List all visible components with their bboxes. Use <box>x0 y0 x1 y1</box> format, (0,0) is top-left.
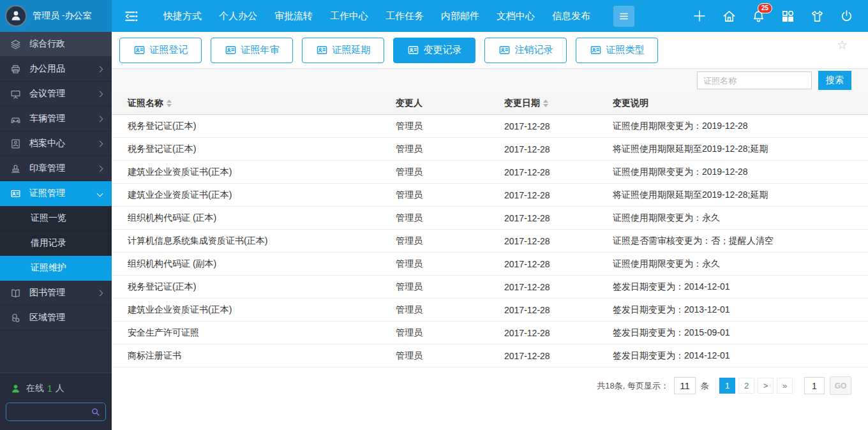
cert-change-icon <box>407 44 419 56</box>
nav-info-publish[interactable]: 信息发布 <box>552 10 590 22</box>
cell-cert-name: 组织机构代码证 (正本) <box>112 212 396 224</box>
page-buttons: 1 2 > » <box>719 378 793 394</box>
sidebar-item-office-supplies[interactable]: 办公用品 <box>0 57 112 82</box>
cell-change-note: 证照是否需审核变更为：否；提醒人清空 <box>613 235 868 247</box>
table-row[interactable]: 商标注册证书 管理员 2017-12-28 签发日期变更为：2014-12-01 <box>112 345 868 367</box>
theme-shirt-icon[interactable] <box>810 9 825 24</box>
sidebar-item-borrow-records[interactable]: 借用记录 <box>0 231 112 256</box>
sidebar-item-certificate-mgmt[interactable]: 证照管理 <box>0 181 112 206</box>
favorite-star-icon[interactable]: ☆ <box>837 39 848 51</box>
sidebar-item-general-admin[interactable]: 综合行政 <box>0 32 112 57</box>
table-row[interactable]: 税务登记证(正本) 管理员 2017-12-28 签发日期变更为：2014-12… <box>112 276 868 299</box>
sort-icon[interactable] <box>543 100 548 107</box>
sidebar-item-certificate-list[interactable]: 证照一览 <box>0 206 112 231</box>
nav-work-center[interactable]: 工作中心 <box>330 10 368 22</box>
tab-cert-review[interactable]: 证照年审 <box>211 38 293 63</box>
nav-internal-mail[interactable]: 内部邮件 <box>441 10 479 22</box>
chevron-right-icon <box>97 140 103 147</box>
tab-cert-extend[interactable]: 证照延期 <box>302 38 384 63</box>
tab-cert-register[interactable]: 证照登记 <box>119 38 202 63</box>
sidebar-item-region-mgmt[interactable]: 区域管理 <box>0 306 112 330</box>
cell-change-date: 2017-12-28 <box>504 213 613 223</box>
cell-cert-name: 税务登记证(正本) <box>112 281 396 293</box>
chevron-right-icon <box>97 290 103 296</box>
chevron-right-icon <box>97 165 103 172</box>
table-row[interactable]: 建筑业企业资质证书(正本) 管理员 2017-12-28 将证照使用期限延期至2… <box>112 184 868 207</box>
coins-icon <box>10 313 21 323</box>
cell-cert-name: 建筑业企业资质证书(正本) <box>112 189 396 201</box>
add-icon[interactable] <box>692 8 707 24</box>
cell-change-date: 2017-12-28 <box>504 351 613 361</box>
tab-cert-types[interactable]: 证照类型 <box>576 38 658 63</box>
table-row[interactable]: 税务登记证(正本) 管理员 2017-12-28 将证照使用期限延期至2019-… <box>112 138 868 161</box>
layers-icon <box>10 39 21 50</box>
cell-change-note: 将证照使用期限延期至2019-12-28;延期 <box>613 144 868 155</box>
table-row[interactable]: 组织机构代码证 (正本) 管理员 2017-12-28 证照使用期限变更为：永久 <box>112 207 868 230</box>
table-row[interactable]: 建筑业企业资质证书(正本) 管理员 2017-12-28 签发日期变更为：201… <box>112 299 868 322</box>
cell-change-date: 2017-12-28 <box>504 167 613 177</box>
page-button-1[interactable]: 1 <box>719 378 735 394</box>
pagination: 共18条, 每页显示： 条 1 2 > » GO <box>112 376 868 395</box>
table-header: 证照名称 变更人 变更日期 变更说明 <box>112 92 868 115</box>
cell-changer: 管理员 <box>396 258 504 270</box>
goto-page-input[interactable] <box>804 377 825 394</box>
cell-change-note: 将证照使用期限延期至2019-12-28;延期 <box>613 189 868 201</box>
tab-change-records[interactable]: 变更记录 <box>393 38 475 63</box>
certificate-toolbar: 证照登记 证照年审 证照延期 变更记录 注销记录 证照类型 ☆ <box>112 32 868 68</box>
cell-change-date: 2017-12-28 <box>504 144 613 154</box>
online-suffix: 人 <box>56 383 64 394</box>
cell-changer: 管理员 <box>396 212 504 224</box>
col-cert-name: 证照名称 <box>112 98 396 109</box>
sidebar-item-certificate-maintain[interactable]: 证照维护 <box>0 256 112 281</box>
table-row[interactable]: 安全生产许可证照 管理员 2017-12-28 签发日期变更为：2015-09-… <box>112 322 868 345</box>
per-page-input[interactable] <box>674 377 696 394</box>
notifications-bell-icon[interactable]: 25 <box>751 9 766 24</box>
cell-cert-name: 商标注册证书 <box>112 350 396 362</box>
avatar[interactable] <box>5 5 27 27</box>
cell-cert-name: 建筑业企业资质证书(正本) <box>112 167 396 178</box>
cell-changer: 管理员 <box>396 121 504 132</box>
table-row[interactable]: 计算机信息系统集成资质证书(正本) 管理员 2017-12-28 证照是否需审核… <box>112 230 868 253</box>
sidebar-item-book-mgmt[interactable]: 图书管理 <box>0 281 112 306</box>
cert-name-search-input[interactable] <box>697 71 812 89</box>
more-menu-icon[interactable] <box>613 6 634 27</box>
user-panel: 管理员 -办公室 <box>0 0 112 32</box>
logout-power-icon[interactable] <box>839 9 854 24</box>
nav-personal-office[interactable]: 个人办公 <box>219 10 257 22</box>
nav-shortcuts[interactable]: 快捷方式 <box>163 10 202 22</box>
online-label: 在线 <box>26 383 44 394</box>
sidebar-item-vehicle-mgmt[interactable]: 车辆管理 <box>0 107 112 131</box>
cell-change-note: 签发日期变更为：2014-12-01 <box>613 281 868 293</box>
collapse-sidebar-icon[interactable] <box>123 8 139 24</box>
notification-badge: 25 <box>758 3 772 13</box>
sidebar-item-seal-mgmt[interactable]: 印章管理 <box>0 156 112 181</box>
apps-grid-icon[interactable] <box>781 9 795 24</box>
table-row[interactable]: 建筑业企业资质证书(正本) 管理员 2017-12-28 证照使用期限变更为：2… <box>112 161 868 184</box>
tab-cancel-records[interactable]: 注销记录 <box>484 38 567 63</box>
cell-changer: 管理员 <box>396 281 504 293</box>
sidebar-search <box>6 403 106 421</box>
archive-icon <box>10 138 21 149</box>
cell-changer: 管理员 <box>396 235 504 247</box>
nav-work-tasks[interactable]: 工作任务 <box>385 10 424 22</box>
next-page-button[interactable]: > <box>758 378 774 394</box>
sidebar-item-meeting-mgmt[interactable]: 会议管理 <box>0 82 112 107</box>
nav-doc-center[interactable]: 文档中心 <box>497 10 535 22</box>
go-button[interactable]: GO <box>830 376 851 395</box>
table-row[interactable]: 组织机构代码证 (副本) 管理员 2017-12-28 证照使用期限变更为：永久 <box>112 253 868 276</box>
home-icon[interactable] <box>722 9 737 24</box>
last-page-button[interactable]: » <box>777 378 793 394</box>
cell-changer: 管理员 <box>396 144 504 155</box>
page-button-2[interactable]: 2 <box>738 378 754 394</box>
cell-change-date: 2017-12-28 <box>504 328 613 338</box>
sidebar-item-archive-center[interactable]: 档案中心 <box>0 131 112 156</box>
sort-icon[interactable] <box>167 100 172 107</box>
nav-approval-flow[interactable]: 审批流转 <box>274 10 313 22</box>
cell-changer: 管理员 <box>396 350 504 362</box>
cert-register-icon <box>133 44 146 56</box>
search-button[interactable]: 搜索 <box>818 71 851 90</box>
table-row[interactable]: 税务登记证(正本) 管理员 2017-12-28 证照使用期限变更为：2019-… <box>112 115 868 138</box>
cell-change-date: 2017-12-28 <box>504 259 613 269</box>
search-icon[interactable] <box>91 407 100 417</box>
cell-change-note: 证照使用期限变更为：永久 <box>613 258 868 270</box>
